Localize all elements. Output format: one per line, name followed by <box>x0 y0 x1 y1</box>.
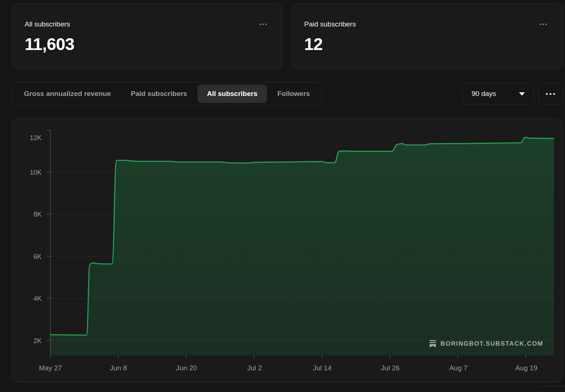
ellipsis-icon <box>550 93 551 95</box>
stat-card-value: 12 <box>304 34 548 54</box>
ellipsis-icon <box>553 93 555 95</box>
date-range-value: 90 days <box>472 90 496 98</box>
chart-card: 12K10K8K6K4K2KMay 27Jun 8Jun 20Jul 2Jul … <box>12 118 563 382</box>
substack-logo-icon <box>430 340 436 348</box>
tab-all-subscribers[interactable]: All subscribers <box>198 85 267 103</box>
x-axis-label: Jun 20 <box>168 364 205 373</box>
x-axis-label: Jun 8 <box>100 364 137 373</box>
ellipsis-icon <box>543 24 544 25</box>
tab-followers[interactable]: Followers <box>268 85 320 103</box>
watermark: BORINGBOT.SUBSTACK.COM <box>430 340 544 348</box>
ellipsis-icon <box>546 24 547 25</box>
x-axis-label: Jul 14 <box>304 364 341 373</box>
date-range-select[interactable]: 90 days <box>462 83 534 104</box>
x-axis-label: May 27 <box>32 364 69 373</box>
x-axis-label: Aug 19 <box>508 364 545 373</box>
y-axis-label: 8K <box>12 210 42 219</box>
x-axis-label: Jul 2 <box>236 364 273 373</box>
ellipsis-icon <box>262 24 264 25</box>
metric-tabs: Gross annualized revenue Paid subscriber… <box>12 82 322 106</box>
stat-card-title: All subscribers <box>25 20 70 28</box>
tab-gross-annualized-revenue[interactable]: Gross annualized revenue <box>14 85 121 103</box>
y-axis-label: 12K <box>12 133 42 142</box>
chart-controls-row: Gross annualized revenue Paid subscriber… <box>0 82 565 106</box>
x-axis-label: Jul 26 <box>372 364 409 373</box>
caret-down-icon <box>519 92 525 96</box>
y-axis-label: 6K <box>12 252 42 261</box>
chart-more-button[interactable] <box>538 83 563 104</box>
y-axis-label: 4K <box>12 294 42 303</box>
ellipsis-icon <box>540 24 541 25</box>
card-more-button[interactable] <box>259 21 267 27</box>
stat-card-value: 11,603 <box>25 34 267 54</box>
stat-card-paid-subscribers: Paid subscribers 12 <box>291 4 563 69</box>
tab-paid-subscribers[interactable]: Paid subscribers <box>121 85 197 103</box>
watermark-text: BORINGBOT.SUBSTACK.COM <box>441 340 544 348</box>
ellipsis-icon <box>265 24 267 25</box>
x-axis-label: Aug 7 <box>440 364 477 373</box>
next-section-card-stub <box>534 386 565 392</box>
ellipsis-icon <box>546 93 548 95</box>
stat-card-all-subscribers: All subscribers 11,603 <box>12 4 282 69</box>
y-axis-label: 10K <box>12 168 42 177</box>
stat-card-title: Paid subscribers <box>304 20 356 28</box>
ellipsis-icon <box>259 24 261 25</box>
y-axis-label: 2K <box>12 336 42 345</box>
card-more-button[interactable] <box>539 21 548 27</box>
